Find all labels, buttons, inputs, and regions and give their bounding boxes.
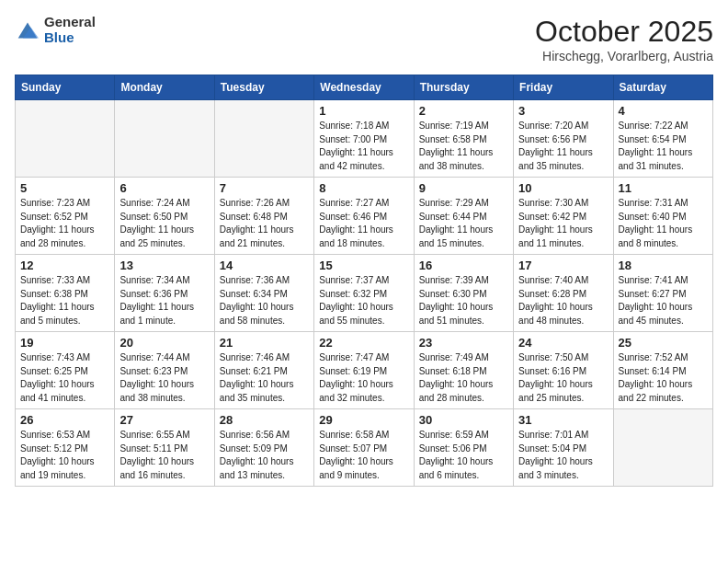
calendar-cell: 29Sunrise: 6:58 AMSunset: 5:07 PMDayligh… [314,409,414,487]
day-number: 2 [419,104,508,118]
logo-text: General Blue [44,15,96,45]
calendar-cell: 27Sunrise: 6:55 AMSunset: 5:11 PMDayligh… [115,409,214,487]
calendar-cell: 4Sunrise: 7:22 AMSunset: 6:54 PMDaylight… [613,100,712,178]
day-number: 12 [20,259,109,272]
day-info: Sunrise: 7:46 AMSunset: 6:21 PMDaylight:… [220,351,309,405]
weekday-header-sunday: Sunday [16,75,115,100]
day-number: 27 [119,413,209,427]
day-info: Sunrise: 7:18 AMSunset: 7:00 PMDaylight:… [319,120,408,173]
day-info: Sunrise: 7:20 AMSunset: 6:56 PMDaylight:… [518,120,608,173]
day-number: 7 [220,181,309,195]
day-info: Sunrise: 6:53 AMSunset: 5:12 PMDaylight:… [20,429,109,482]
day-info: Sunrise: 7:40 AMSunset: 6:28 PMDaylight:… [518,274,608,327]
day-info: Sunrise: 7:39 AMSunset: 6:30 PMDaylight:… [419,274,508,327]
day-info: Sunrise: 7:01 AMSunset: 5:04 PMDaylight:… [518,429,608,482]
calendar-cell: 18Sunrise: 7:41 AMSunset: 6:27 PMDayligh… [613,255,712,332]
day-number: 16 [419,259,508,272]
calendar-cell: 20Sunrise: 7:44 AMSunset: 6:23 PMDayligh… [115,332,214,409]
calendar-cell: 2Sunrise: 7:19 AMSunset: 6:58 PMDaylight… [414,100,513,178]
calendar-cell: 16Sunrise: 7:39 AMSunset: 6:30 PMDayligh… [414,255,513,332]
calendar-cell: 24Sunrise: 7:50 AMSunset: 6:16 PMDayligh… [514,332,613,409]
day-number: 13 [119,259,209,272]
weekday-header-saturday: Saturday [613,75,712,100]
day-number: 4 [619,104,708,118]
calendar-cell: 31Sunrise: 7:01 AMSunset: 5:04 PMDayligh… [514,409,613,487]
day-number: 15 [319,259,408,272]
calendar-cell: 9Sunrise: 7:29 AMSunset: 6:44 PMDaylight… [414,178,513,255]
day-info: Sunrise: 7:33 AMSunset: 6:38 PMDaylight:… [20,274,109,327]
day-info: Sunrise: 7:29 AMSunset: 6:44 PMDaylight:… [419,197,508,250]
day-number: 21 [220,336,309,350]
calendar-cell: 3Sunrise: 7:20 AMSunset: 6:56 PMDaylight… [514,100,613,178]
day-info: Sunrise: 6:55 AMSunset: 5:11 PMDaylight:… [119,429,209,482]
day-info: Sunrise: 7:30 AMSunset: 6:42 PMDaylight:… [518,197,608,250]
day-number: 17 [518,259,608,272]
calendar-cell: 23Sunrise: 7:49 AMSunset: 6:18 PMDayligh… [414,332,513,409]
calendar-cell [115,100,214,178]
day-info: Sunrise: 7:31 AMSunset: 6:40 PMDaylight:… [619,197,708,250]
day-info: Sunrise: 7:34 AMSunset: 6:36 PMDaylight:… [119,274,209,327]
page-header: General Blue October 2025 Hirschegg, Vor… [15,15,713,63]
day-number: 8 [319,181,408,195]
location-subtitle: Hirschegg, Vorarlberg, Austria [535,49,713,63]
month-title: October 2025 [535,15,713,49]
day-number: 9 [419,181,508,195]
day-info: Sunrise: 6:56 AMSunset: 5:09 PMDaylight:… [220,429,309,482]
logo-icon [15,19,40,41]
title-block: October 2025 Hirschegg, Vorarlberg, Aust… [535,15,713,63]
day-info: Sunrise: 7:47 AMSunset: 6:19 PMDaylight:… [319,351,408,405]
day-info: Sunrise: 6:59 AMSunset: 5:06 PMDaylight:… [419,429,508,482]
day-info: Sunrise: 7:19 AMSunset: 6:58 PMDaylight:… [419,120,508,173]
calendar-cell: 15Sunrise: 7:37 AMSunset: 6:32 PMDayligh… [314,255,414,332]
day-number: 31 [518,413,608,427]
calendar-cell [214,100,313,178]
weekday-header-thursday: Thursday [414,75,513,100]
week-row-1: 1Sunrise: 7:18 AMSunset: 7:00 PMDaylight… [16,100,713,178]
weekday-header-friday: Friday [514,75,613,100]
day-number: 1 [319,104,408,118]
day-number: 29 [319,413,408,427]
day-number: 20 [119,336,209,350]
week-row-5: 26Sunrise: 6:53 AMSunset: 5:12 PMDayligh… [16,409,713,487]
day-info: Sunrise: 7:49 AMSunset: 6:18 PMDaylight:… [419,351,508,405]
day-info: Sunrise: 7:23 AMSunset: 6:52 PMDaylight:… [20,197,109,250]
calendar-cell: 30Sunrise: 6:59 AMSunset: 5:06 PMDayligh… [414,409,513,487]
week-row-3: 12Sunrise: 7:33 AMSunset: 6:38 PMDayligh… [16,255,713,332]
day-info: Sunrise: 7:52 AMSunset: 6:14 PMDaylight:… [619,351,708,405]
day-number: 11 [619,181,708,195]
calendar-cell: 7Sunrise: 7:26 AMSunset: 6:48 PMDaylight… [214,178,313,255]
day-info: Sunrise: 7:27 AMSunset: 6:46 PMDaylight:… [319,197,408,250]
day-number: 10 [518,181,608,195]
day-number: 6 [119,181,209,195]
day-info: Sunrise: 7:44 AMSunset: 6:23 PMDaylight:… [119,351,209,405]
day-info: Sunrise: 6:58 AMSunset: 5:07 PMDaylight:… [319,429,408,482]
logo-blue-text: Blue [44,30,96,46]
logo: General Blue [15,15,96,45]
calendar-cell: 28Sunrise: 6:56 AMSunset: 5:09 PMDayligh… [214,409,313,487]
weekday-header-wednesday: Wednesday [314,75,414,100]
calendar-cell: 6Sunrise: 7:24 AMSunset: 6:50 PMDaylight… [115,178,214,255]
calendar-cell: 13Sunrise: 7:34 AMSunset: 6:36 PMDayligh… [115,255,214,332]
day-info: Sunrise: 7:43 AMSunset: 6:25 PMDaylight:… [20,351,109,405]
calendar-cell: 12Sunrise: 7:33 AMSunset: 6:38 PMDayligh… [16,255,115,332]
day-info: Sunrise: 7:26 AMSunset: 6:48 PMDaylight:… [220,197,309,250]
calendar-cell: 21Sunrise: 7:46 AMSunset: 6:21 PMDayligh… [214,332,313,409]
calendar-table: SundayMondayTuesdayWednesdayThursdayFrid… [15,75,713,487]
day-number: 18 [619,259,708,272]
day-number: 28 [220,413,309,427]
day-info: Sunrise: 7:36 AMSunset: 6:34 PMDaylight:… [220,274,309,327]
calendar-cell: 10Sunrise: 7:30 AMSunset: 6:42 PMDayligh… [514,178,613,255]
day-number: 26 [20,413,109,427]
day-info: Sunrise: 7:37 AMSunset: 6:32 PMDaylight:… [319,274,408,327]
calendar-cell [16,100,115,178]
calendar-cell: 8Sunrise: 7:27 AMSunset: 6:46 PMDaylight… [314,178,414,255]
calendar-cell: 17Sunrise: 7:40 AMSunset: 6:28 PMDayligh… [514,255,613,332]
calendar-cell: 14Sunrise: 7:36 AMSunset: 6:34 PMDayligh… [214,255,313,332]
calendar-cell: 19Sunrise: 7:43 AMSunset: 6:25 PMDayligh… [16,332,115,409]
day-number: 24 [518,336,608,350]
calendar-cell: 11Sunrise: 7:31 AMSunset: 6:40 PMDayligh… [613,178,712,255]
day-number: 14 [220,259,309,272]
logo-general-text: General [44,15,96,30]
day-number: 25 [619,336,708,350]
weekday-header-monday: Monday [115,75,214,100]
